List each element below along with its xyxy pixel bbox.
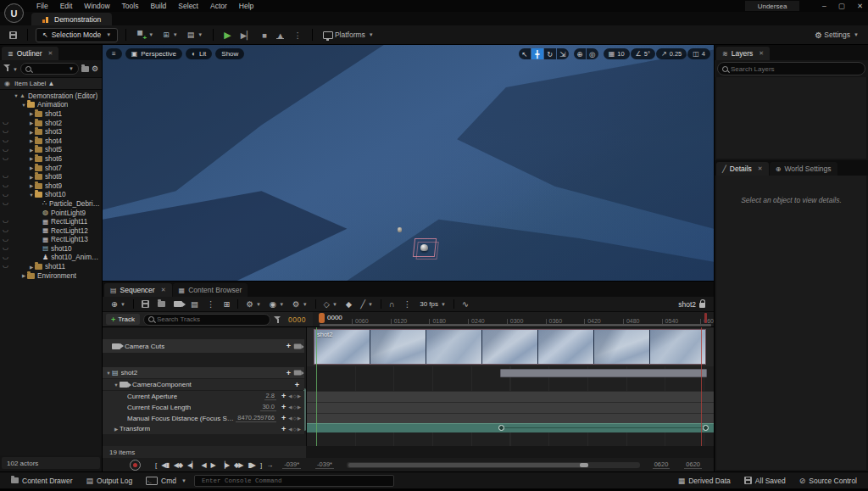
- world-space-icon[interactable]: ⊕: [574, 48, 586, 59]
- outliner-item-particle-debris18[interactable]: ◡∴Particle_Debris18: [0, 199, 102, 209]
- save-icon[interactable]: [138, 298, 153, 310]
- play-reverse-button[interactable]: ◀: [198, 461, 208, 469]
- visibility-toggle-icon[interactable]: ◡: [3, 261, 8, 269]
- expander-icon[interactable]: ▶: [28, 265, 35, 270]
- derived-data-button[interactable]: ▦ Derived Data: [672, 472, 737, 488]
- menu-help[interactable]: Help: [233, 2, 259, 10]
- outliner-item-shot10-animation[interactable]: ◡♟shot10_Animation_...: [0, 254, 102, 263]
- tab-details[interactable]: ╱ Details ✕: [716, 162, 769, 176]
- expander-icon[interactable]: ▼: [28, 192, 35, 198]
- close-icon[interactable]: ✕: [47, 50, 53, 57]
- camera-button[interactable]: [294, 343, 302, 349]
- menu-tools[interactable]: Tools: [116, 2, 145, 10]
- playhead-line[interactable]: [316, 327, 317, 446]
- visibility-toggle-icon[interactable]: ◡: [3, 153, 8, 161]
- bracket-out-button[interactable]: ]: [258, 461, 264, 469]
- outliner-item-shot9[interactable]: ◡▶shot9: [0, 181, 102, 191]
- visibility-toggle-icon[interactable]: ◡: [3, 243, 8, 251]
- transform-track-band[interactable]: [307, 423, 714, 432]
- viewport-menu-button[interactable]: ≡: [106, 48, 122, 59]
- browse-to-asset-icon[interactable]: [154, 298, 169, 310]
- outliner-item-shot2[interactable]: ◡▶shot2: [0, 119, 102, 128]
- curve-editor-icon[interactable]: ∿: [459, 298, 472, 310]
- camera-button[interactable]: [294, 371, 302, 376]
- viewport-3d[interactable]: ≡ ▣ Perspective ◐ Lit Show ↖╋↻⇲⊕◎▦10∠5°↗…: [103, 45, 714, 281]
- play-options-button[interactable]: ⋮: [291, 31, 304, 40]
- close-icon[interactable]: ✕: [758, 165, 763, 172]
- cinematics-dropdown[interactable]: ▤▼: [185, 31, 205, 39]
- visibility-toggle-icon[interactable]: ◡: [3, 253, 8, 260]
- current-time-field[interactable]: 0000: [285, 315, 309, 324]
- platforms-dropdown[interactable]: Platforms ▼: [320, 31, 376, 39]
- outliner-item-shot4[interactable]: ◡▶shot4: [0, 137, 102, 146]
- track-transform[interactable]: ▶Transform+◀◇▶: [103, 423, 304, 434]
- selection-mode-dropdown[interactable]: ↖ Selection Mode ▼: [36, 28, 118, 42]
- expander-icon[interactable]: ▼: [13, 93, 19, 98]
- outliner-search-input[interactable]: [34, 65, 64, 73]
- visibility-toggle-icon[interactable]: ◡: [3, 118, 8, 126]
- visibility-toggle-icon[interactable]: ◡: [3, 126, 8, 134]
- visibility-toggle-icon[interactable]: ◡: [3, 226, 8, 233]
- layers-search[interactable]: [717, 62, 865, 75]
- camera-cuts-filmstrip[interactable]: [314, 329, 706, 365]
- eject-button[interactable]: ▲: [274, 31, 287, 40]
- new-folder-icon[interactable]: [81, 66, 89, 72]
- next-frame-button[interactable]: ▕▶: [218, 461, 231, 469]
- tab-sequencer[interactable]: ▤ Sequencer ✕: [104, 283, 172, 297]
- cmd-dropdown[interactable]: ›_ Cmd ▼: [140, 472, 192, 488]
- visibility-toggle-icon[interactable]: ◡: [3, 235, 8, 243]
- menu-file[interactable]: File: [31, 2, 54, 10]
- outliner-item-shot8[interactable]: ◡▶shot8: [0, 172, 102, 181]
- menu-select[interactable]: Select: [172, 2, 204, 10]
- add-button[interactable]: +: [279, 414, 288, 422]
- unreal-logo-icon[interactable]: U: [4, 3, 24, 23]
- keyframe-dot[interactable]: [703, 425, 709, 431]
- lock-icon[interactable]: [699, 303, 705, 308]
- next-key-button[interactable]: ◆▶: [231, 461, 245, 469]
- expander-icon[interactable]: ▶: [28, 165, 35, 170]
- visibility-toggle-icon[interactable]: ◡: [3, 198, 8, 206]
- stop-button[interactable]: ■: [259, 31, 270, 40]
- outliner-item-rectlight11[interactable]: ◡▦RectLight11: [0, 217, 102, 226]
- rotate-tool-icon[interactable]: ↻: [544, 48, 556, 59]
- outliner-item-animation[interactable]: ▼Animation: [0, 101, 102, 110]
- more-options-icon[interactable]: ⋮: [203, 298, 219, 310]
- expander-icon[interactable]: ▶: [28, 183, 35, 188]
- debris-actor[interactable]: [398, 227, 402, 232]
- playhead-marker[interactable]: [319, 313, 325, 323]
- perspective-dropdown[interactable]: ▣ Perspective: [125, 48, 182, 59]
- filter-dropdown[interactable]: ▼: [3, 64, 18, 73]
- outliner-item-shot10[interactable]: ◡▤shot10: [0, 244, 102, 254]
- menu-edit[interactable]: Edit: [54, 2, 79, 10]
- outliner-item-shot7[interactable]: ▶shot7: [0, 164, 102, 173]
- sequence-end-marker[interactable]: [704, 313, 707, 323]
- outliner-item-shot11[interactable]: ◡▶shot11: [0, 262, 102, 271]
- keyframe-nav[interactable]: ◀◇▶: [288, 427, 302, 432]
- track-filter-icon[interactable]: [274, 316, 281, 323]
- working-range-end[interactable]: 0620: [653, 460, 670, 469]
- visibility-toggle-icon[interactable]: ◡: [3, 181, 8, 188]
- working-range-start[interactable]: -039*: [315, 460, 334, 469]
- expander-icon[interactable]: ▶: [28, 130, 35, 135]
- world-outliner-icon[interactable]: ⊕▼: [108, 298, 129, 310]
- track-current-focal-length[interactable]: Current Focal Length30.0+◀◇▶: [103, 402, 304, 413]
- track-camera-cuts[interactable]: Camera Cuts+: [103, 339, 304, 353]
- loop-mode-button[interactable]: →: [264, 461, 275, 469]
- outliner-search[interactable]: ▼: [20, 63, 79, 75]
- previous-key-button[interactable]: ◀◆: [171, 461, 185, 469]
- create-camera-icon[interactable]: [170, 298, 186, 310]
- expander-icon[interactable]: ▶: [28, 138, 35, 143]
- tab-world-settings[interactable]: ⊕ World Settings: [770, 162, 837, 176]
- expander-icon[interactable]: ▶: [28, 120, 35, 126]
- close-button[interactable]: ✕: [857, 2, 863, 10]
- frame-skip-button[interactable]: ▶▏: [238, 31, 256, 40]
- outliner-item-shot1[interactable]: ▶shot1: [0, 109, 102, 119]
- record-button[interactable]: [130, 460, 141, 471]
- track-cameracomponent[interactable]: ▼CameraComponent+: [103, 379, 304, 390]
- property-value[interactable]: 30.0: [260, 403, 276, 411]
- console-input[interactable]: [200, 477, 388, 485]
- to-previous-shot-button[interactable]: ◀▮: [159, 461, 171, 469]
- all-saved-button[interactable]: All Saved: [738, 472, 792, 488]
- minimize-button[interactable]: –: [822, 2, 826, 10]
- visibility-toggle-icon[interactable]: ◡: [3, 136, 8, 143]
